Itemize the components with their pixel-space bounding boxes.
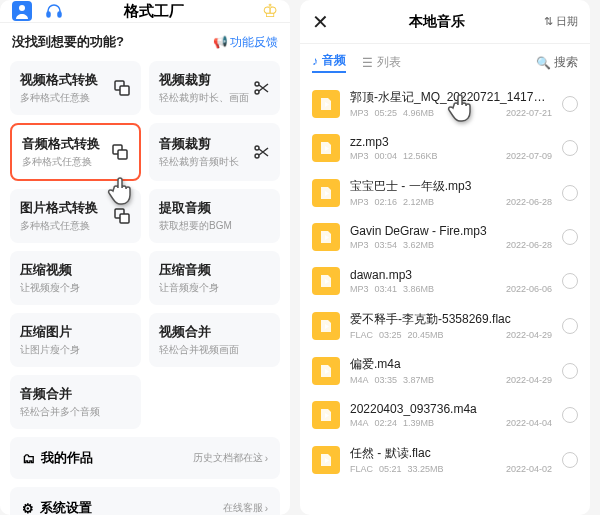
feature-card-6[interactable]: 压缩视频让视频瘦个身	[10, 251, 141, 305]
feature-card-2[interactable]: 音频格式转换多种格式任意换	[10, 123, 141, 181]
file-name: 20220403_093736.m4a	[350, 402, 552, 416]
file-icon	[312, 357, 340, 385]
search-prompt[interactable]: 没找到想要的功能?	[12, 33, 213, 51]
card-title: 压缩图片	[20, 323, 131, 341]
file-icon	[312, 223, 340, 251]
gear-icon: ⚙	[22, 501, 34, 516]
card-title: 视频合并	[159, 323, 270, 341]
crown-icon[interactable]: ♔	[262, 0, 278, 22]
sort-icon: ⇅	[544, 15, 553, 28]
right-title: 本地音乐	[329, 13, 544, 31]
convert-icon	[111, 143, 129, 161]
file-name: Gavin DeGraw - Fire.mp3	[350, 224, 552, 238]
feature-card-3[interactable]: 音频裁剪轻松裁剪音频时长	[149, 123, 280, 181]
tab-audio[interactable]: ♪音频	[312, 52, 346, 73]
feature-card-9[interactable]: 视频合并轻松合并视频画面	[149, 313, 280, 367]
feature-card-8[interactable]: 压缩图片让图片瘦个身	[10, 313, 141, 367]
select-circle[interactable]	[562, 407, 578, 423]
tabs: ♪音频 ☰列表 🔍搜索	[300, 44, 590, 81]
speaker-icon: 📢	[213, 35, 228, 49]
file-row[interactable]: 任然 - 默读.flacFLAC05:2133.25MB2022-04-02	[300, 437, 590, 482]
sort-date[interactable]: ⇅日期	[544, 14, 578, 29]
select-circle[interactable]	[562, 273, 578, 289]
scissors-icon	[252, 79, 270, 97]
profile-icon[interactable]	[12, 1, 32, 21]
select-circle[interactable]	[562, 452, 578, 468]
file-row[interactable]: zz.mp3MP300:0412.56KB2022-07-09	[300, 126, 590, 170]
left-header: 格式工厂 ♔	[0, 0, 290, 23]
feature-card-4[interactable]: 图片格式转换多种格式任意换	[10, 189, 141, 243]
card-subtitle: 获取想要的BGM	[159, 219, 270, 233]
card-title: 压缩音频	[159, 261, 270, 279]
select-circle[interactable]	[562, 96, 578, 112]
card-title: 音频裁剪	[159, 135, 252, 153]
file-list: 郭顶-水星记_MQ_20220721_141704.mp3MP305:254.9…	[300, 81, 590, 515]
file-meta: M4A03:353.87MB2022-04-29	[350, 375, 552, 385]
file-meta: MP303:413.86MB2022-06-06	[350, 284, 552, 294]
file-row[interactable]: 爱不释手-李克勤-5358269.flacFLAC03:2520.45MB202…	[300, 303, 590, 348]
file-icon	[312, 401, 340, 429]
card-subtitle: 轻松裁剪时长、画面	[159, 91, 252, 105]
card-subtitle: 让音频瘦个身	[159, 281, 270, 295]
settings-row[interactable]: ⚙系统设置 在线客服›	[10, 487, 280, 515]
svg-point-7	[255, 90, 259, 94]
file-icon	[312, 179, 340, 207]
left-panel: 格式工厂 ♔ 没找到想要的功能? 📢功能反馈 视频格式转换多种格式任意换视频裁剪…	[0, 0, 290, 515]
file-row[interactable]: 20220403_093736.m4aM4A02:241.39MB2022-04…	[300, 393, 590, 437]
file-meta: MP303:543.62MB2022-06-28	[350, 240, 552, 250]
scissors-icon	[252, 143, 270, 161]
select-circle[interactable]	[562, 140, 578, 156]
svg-point-1	[19, 5, 25, 11]
file-meta: M4A02:241.39MB2022-04-04	[350, 418, 552, 428]
svg-point-10	[255, 146, 259, 150]
file-name: 爱不释手-李克勤-5358269.flac	[350, 311, 552, 328]
file-row[interactable]: 偏爱.m4aM4A03:353.87MB2022-04-29	[300, 348, 590, 393]
select-circle[interactable]	[562, 318, 578, 334]
file-name: 郭顶-水星记_MQ_20220721_141704.mp3	[350, 89, 552, 106]
folder-icon: 🗂	[22, 451, 35, 466]
tab-list[interactable]: ☰列表	[362, 54, 401, 71]
file-name: dawan.mp3	[350, 268, 552, 282]
file-row[interactable]: dawan.mp3MP303:413.86MB2022-06-06	[300, 259, 590, 303]
feature-card-10[interactable]: 音频合并轻松合并多个音频	[10, 375, 141, 429]
svg-rect-9	[118, 150, 127, 159]
file-icon	[312, 312, 340, 340]
convert-icon	[113, 79, 131, 97]
card-subtitle: 轻松合并多个音频	[20, 405, 131, 419]
file-meta: MP302:162.12MB2022-06-28	[350, 197, 552, 207]
file-name: 宝宝巴士 - 一年级.mp3	[350, 178, 552, 195]
feedback-link[interactable]: 📢功能反馈	[213, 34, 278, 51]
chevron-right-icon: ›	[265, 503, 268, 514]
search-row: 没找到想要的功能? 📢功能反馈	[0, 23, 290, 61]
convert-icon	[113, 207, 131, 225]
feature-card-0[interactable]: 视频格式转换多种格式任意换	[10, 61, 141, 115]
my-works-row[interactable]: 🗂我的作品 历史文档都在这›	[10, 437, 280, 479]
card-subtitle: 轻松合并视频画面	[159, 343, 270, 357]
file-row[interactable]: 郭顶-水星记_MQ_20220721_141704.mp3MP305:254.9…	[300, 81, 590, 126]
file-icon	[312, 90, 340, 118]
svg-rect-5	[120, 86, 129, 95]
right-header: ✕ 本地音乐 ⇅日期	[300, 0, 590, 44]
file-meta: MP300:0412.56KB2022-07-09	[350, 151, 552, 161]
card-subtitle: 多种格式任意换	[20, 219, 113, 233]
select-circle[interactable]	[562, 229, 578, 245]
close-icon[interactable]: ✕	[312, 10, 329, 34]
card-subtitle: 让视频瘦个身	[20, 281, 131, 295]
feature-card-1[interactable]: 视频裁剪轻松裁剪时长、画面	[149, 61, 280, 115]
select-circle[interactable]	[562, 363, 578, 379]
feature-grid: 视频格式转换多种格式任意换视频裁剪轻松裁剪时长、画面音频格式转换多种格式任意换音…	[0, 61, 290, 429]
select-circle[interactable]	[562, 185, 578, 201]
file-name: zz.mp3	[350, 135, 552, 149]
file-row[interactable]: 宝宝巴士 - 一年级.mp3MP302:162.12MB2022-06-28	[300, 170, 590, 215]
card-title: 压缩视频	[20, 261, 131, 279]
file-row[interactable]: Gavin DeGraw - Fire.mp3MP303:543.62MB202…	[300, 215, 590, 259]
file-icon	[312, 446, 340, 474]
filter-icon: ♪	[312, 54, 318, 68]
search-button[interactable]: 🔍搜索	[536, 54, 578, 71]
feature-card-5[interactable]: 提取音频获取想要的BGM	[149, 189, 280, 243]
file-meta: MP305:254.96MB2022-07-21	[350, 108, 552, 118]
feature-card-7[interactable]: 压缩音频让音频瘦个身	[149, 251, 280, 305]
file-icon	[312, 134, 340, 162]
card-title: 视频格式转换	[20, 71, 113, 89]
list-icon: ☰	[362, 56, 373, 70]
